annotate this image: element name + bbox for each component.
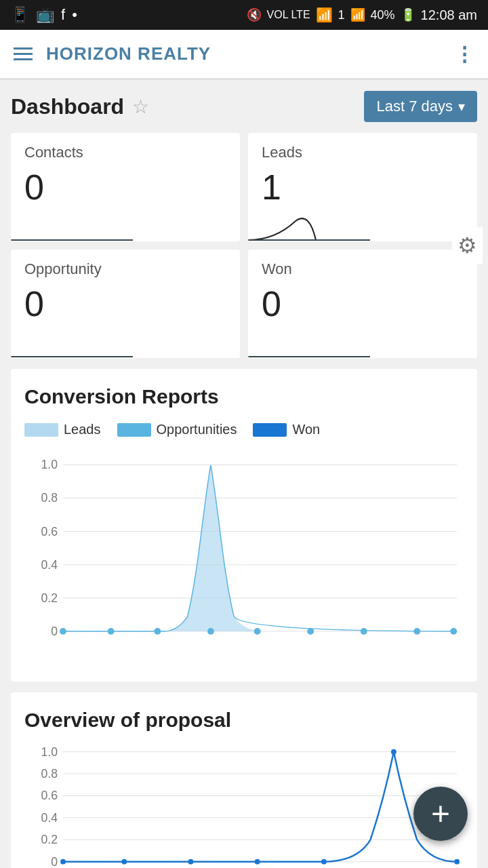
svg-text:0.2: 0.2	[41, 833, 58, 846]
svg-text:0.6: 0.6	[41, 789, 58, 802]
battery-icon: 🔋	[401, 7, 415, 22]
lte-icon: VOL LTE	[267, 9, 310, 21]
mute-icon: 🔇	[247, 7, 262, 22]
svg-point-38	[121, 859, 127, 865]
dashboard-title: Dashboard	[11, 94, 124, 119]
date-filter-button[interactable]: Last 7 days ▾	[364, 91, 477, 122]
legend-won-label: Won	[292, 422, 320, 437]
conversion-reports-card: Conversion Reports Leads Opportunities W…	[11, 369, 477, 682]
dashboard-title-wrap: Dashboard ☆	[11, 94, 149, 119]
svg-point-39	[188, 859, 194, 865]
leads-value: 1	[262, 167, 464, 208]
legend-leads-label: Leads	[64, 422, 101, 437]
clock: 12:08 am	[421, 7, 477, 23]
svg-text:0.2: 0.2	[41, 591, 58, 605]
svg-point-18	[154, 628, 161, 635]
overview-proposal-title: Overview of proposal	[24, 709, 464, 732]
svg-text:0.4: 0.4	[41, 558, 58, 572]
main-content: Dashboard ☆ Last 7 days ▾ Contacts 0 Lea…	[0, 80, 488, 868]
svg-point-24	[450, 628, 457, 635]
won-card: Won 0	[248, 250, 477, 358]
contacts-label: Contacts	[24, 144, 226, 161]
svg-point-42	[391, 749, 396, 755]
wifi-icon: 📶	[316, 7, 333, 23]
svg-point-22	[361, 628, 367, 635]
signal-icon: 📶	[350, 7, 365, 22]
nav-left: HORIZON REALTY	[14, 43, 211, 64]
svg-text:0.8: 0.8	[41, 767, 58, 781]
svg-text:0: 0	[51, 625, 58, 638]
conversion-reports-title: Conversion Reports	[24, 385, 464, 408]
svg-point-41	[321, 859, 327, 865]
hamburger-line-3	[14, 58, 33, 60]
svg-point-21	[307, 628, 314, 635]
opportunity-value: 0	[24, 283, 226, 324]
contacts-chart	[11, 208, 133, 241]
hamburger-menu[interactable]	[14, 47, 33, 60]
status-right-icons: 🔇 VOL LTE 📶 1 📶 40% 🔋 12:08 am	[247, 7, 477, 23]
won-chart	[248, 324, 370, 358]
gear-icon: ⚙	[458, 233, 477, 258]
fab-add-button[interactable]: +	[413, 787, 468, 841]
opportunity-card: Opportunity 0	[11, 250, 240, 358]
opportunity-label: Opportunity	[24, 260, 226, 278]
svg-point-20	[254, 628, 261, 635]
svg-point-19	[207, 628, 214, 635]
contacts-card: Contacts 0	[11, 133, 240, 241]
svg-point-23	[413, 628, 420, 635]
overview-chart-area: 1.0 0.8 0.6 0.4 0.2 0	[24, 745, 464, 868]
hamburger-line-2	[14, 53, 33, 55]
legend-opportunities-color	[117, 423, 151, 437]
conversion-chart-svg: 1.0 0.8 0.6 0.4 0.2 0	[24, 448, 464, 665]
legend-leads-color	[24, 423, 58, 437]
status-left-icons: 📱 📺 f •	[11, 6, 77, 24]
overview-chart-svg: 1.0 0.8 0.6 0.4 0.2 0	[24, 745, 464, 868]
svg-point-43	[454, 859, 460, 865]
svg-text:0.4: 0.4	[41, 811, 58, 825]
svg-point-37	[60, 859, 66, 865]
overview-proposal-card: Overview of proposal 1.0 0.8 0.6 0.4 0.2…	[11, 692, 477, 868]
legend-won-color	[253, 423, 287, 437]
conversion-chart-area: 1.0 0.8 0.6 0.4 0.2 0	[24, 448, 464, 665]
svg-point-17	[108, 628, 115, 635]
legend-opportunities: Opportunities	[117, 422, 237, 437]
legend-leads: Leads	[24, 422, 101, 437]
fab-plus-icon: +	[431, 797, 450, 830]
more-options-button[interactable]: ⋮	[454, 42, 474, 66]
notification-dot: •	[72, 6, 77, 24]
top-nav: HORIZON REALTY ⋮	[0, 30, 488, 79]
svg-text:0.6: 0.6	[41, 525, 58, 538]
leads-label: Leads	[262, 144, 464, 161]
app-title: HORIZON REALTY	[46, 43, 211, 64]
svg-point-16	[60, 628, 66, 635]
won-value: 0	[262, 283, 464, 324]
battery-percent: 40%	[371, 8, 395, 22]
legend-won: Won	[253, 422, 320, 437]
status-bar: 📱 📺 f • 🔇 VOL LTE 📶 1 📶 40% 🔋 12:08 am	[0, 0, 488, 30]
date-filter-label: Last 7 days	[376, 98, 453, 115]
sim-icon: 1	[338, 8, 345, 22]
date-filter-arrow: ▾	[458, 98, 465, 115]
whatsapp-icon: 📱	[11, 6, 29, 24]
tv-icon: 📺	[36, 6, 54, 24]
favorite-star-icon[interactable]: ☆	[132, 96, 149, 118]
opportunity-chart	[11, 324, 133, 358]
svg-text:0.8: 0.8	[41, 491, 58, 505]
legend-opportunities-label: Opportunities	[157, 422, 237, 437]
facebook-icon: f	[61, 6, 65, 24]
dashboard-header: Dashboard ☆ Last 7 days ▾	[11, 91, 477, 122]
leads-chart	[248, 208, 370, 241]
hamburger-line-1	[14, 47, 33, 50]
svg-point-40	[255, 859, 260, 865]
leads-card: Leads 1	[248, 133, 477, 241]
svg-text:0: 0	[51, 855, 58, 868]
contacts-value: 0	[24, 167, 226, 208]
gear-settings-button[interactable]: ⚙	[452, 227, 483, 264]
stats-grid: Contacts 0 Leads 1 Opportunity 0	[11, 133, 477, 358]
svg-text:1.0: 1.0	[41, 745, 58, 759]
svg-text:1.0: 1.0	[41, 458, 58, 471]
chart-legend: Leads Opportunities Won	[24, 422, 464, 437]
won-label: Won	[262, 260, 464, 278]
